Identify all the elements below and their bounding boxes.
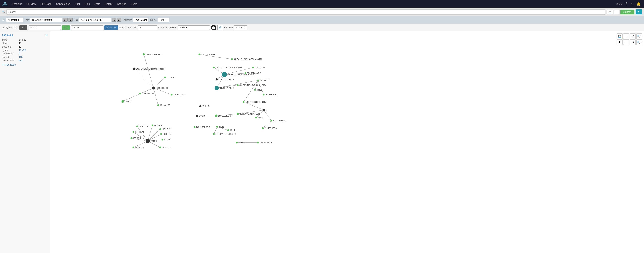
interval-value[interactable]: Auto bbox=[158, 18, 169, 22]
graph-node[interactable]: 3ffe:501:0:1001::2 bbox=[216, 78, 234, 80]
graph-node[interactable]: ff02::1:ff82:95b5 bbox=[194, 126, 210, 128]
help-icon[interactable]: ? bbox=[624, 2, 628, 6]
graph-node[interactable]: ff02::2 bbox=[254, 89, 262, 91]
svg-point-36 bbox=[257, 142, 259, 144]
graph-node[interactable]: 190.0.0.15 bbox=[132, 146, 144, 149]
node-link-button[interactable]: 🔗 bbox=[218, 25, 223, 30]
graph-node[interactable]: 190.0.0.5 bbox=[160, 133, 171, 135]
graph-node[interactable]: 0:0:0:0 bbox=[196, 115, 205, 117]
font-down-button[interactable]: ↓A bbox=[630, 39, 636, 45]
dst-field-input[interactable] bbox=[71, 25, 103, 30]
dst-button[interactable]: Dst: bbox=[62, 25, 70, 30]
graph-node[interactable]: 3ffe:501:410:0:2c0:dfff:fe47:33e bbox=[237, 84, 266, 86]
nav-sessions[interactable]: Sessions bbox=[10, 2, 24, 6]
zoom-plus-node-button[interactable]: +I bbox=[623, 33, 629, 39]
nav-history[interactable]: History bbox=[103, 2, 114, 6]
font-up-button[interactable]: ↑A bbox=[630, 33, 636, 39]
graph-node[interactable]: 129.170.17.4 bbox=[171, 94, 184, 96]
graph-node[interactable]: 10.1.2.1 bbox=[227, 129, 237, 131]
graph-node[interactable]: 18.26.4.105 bbox=[157, 104, 170, 106]
eye-button[interactable]: 👁 bbox=[636, 9, 642, 14]
bounding-value[interactable]: Last Packet bbox=[133, 18, 148, 22]
time-range-value[interactable]: All (careful) bbox=[6, 18, 24, 22]
graph-node[interactable]: 190.0.0.1 bbox=[145, 139, 158, 143]
info-icon[interactable]: ℹ bbox=[630, 2, 634, 6]
graph-node[interactable]: 10.34.0.1 bbox=[236, 142, 246, 144]
panel-close-button[interactable]: ✕ bbox=[45, 33, 48, 37]
zoom-minus-node-button[interactable]: −I bbox=[623, 39, 629, 45]
graph-node[interactable]: 66.59.111.190 bbox=[152, 86, 168, 89]
graph-node[interactable]: 190.0.0.13 bbox=[136, 125, 148, 127]
graph-node[interactable]: fe80::260:97ff:fe07:69ea bbox=[237, 113, 260, 115]
node-label: 217.13.4.24 bbox=[255, 66, 265, 69]
graph-node[interactable]: ff02::1:ff98:6e1 bbox=[270, 120, 286, 122]
min-conn-input[interactable] bbox=[138, 25, 157, 30]
zoom-out-button[interactable]: 🔍− bbox=[636, 39, 642, 45]
graph-node[interactable]: 192.168.170.20 bbox=[257, 142, 273, 144]
node-label: 190.0.0.5 bbox=[163, 133, 171, 135]
graph-node[interactable]: 10.1.2.2 bbox=[199, 105, 209, 107]
zoom-in-button[interactable]: 🔍+ bbox=[636, 33, 642, 39]
nav-spigraph[interactable]: SPIGraph bbox=[39, 2, 54, 6]
svg-point-1 bbox=[4, 3, 6, 5]
graph-node[interactable]: :: bbox=[262, 109, 267, 111]
nav-files[interactable]: Files bbox=[83, 2, 92, 6]
graph-node[interactable]: 2001:6f8:102d:0:2d0:9ff:fee3:e8de bbox=[133, 67, 166, 70]
graph-node[interactable]: 192.168.0.10 bbox=[263, 94, 276, 96]
graph-node[interactable]: 217.13.4.24 bbox=[252, 66, 265, 69]
node-label: 190.0.0.4 bbox=[133, 137, 141, 139]
graph-node[interactable]: 3ffe:501:0:1802:260:97ff:feb6:7ff0 bbox=[231, 58, 262, 60]
graph-node[interactable]: fe80::211:25ff:fe82:95b5 bbox=[213, 133, 236, 135]
node-link-input[interactable] bbox=[178, 25, 210, 30]
baseline-value[interactable]: disabled bbox=[234, 25, 248, 30]
node-circle-button[interactable]: ⬤ bbox=[211, 25, 216, 30]
graph-node[interactable]: 190.0.0.24 bbox=[132, 131, 144, 133]
graph-node[interactable]: 190.0.0.14 bbox=[159, 146, 171, 149]
graph-node[interactable]: 3ffe:501:4819::42 bbox=[214, 86, 234, 90]
graph-node[interactable]: 3ffe:501:0345::2 bbox=[244, 72, 261, 74]
graph-node[interactable]: ff02::1 bbox=[216, 126, 224, 128]
nav-settings[interactable]: Settings bbox=[115, 2, 128, 6]
graph-node[interactable]: fe80::200:86ff:fe05:80da bbox=[242, 101, 266, 103]
start-input[interactable] bbox=[30, 18, 62, 22]
network-graph-svg[interactable]: 2001:6f8:900:7c0::22001:6f8:102d:0:2d0:9… bbox=[50, 31, 644, 253]
end-next-button[interactable]: ⏭ bbox=[117, 18, 122, 22]
graph-area[interactable]: 💾 +I ↑A 🔍+ ⬇ −I ↓A 🔍− 2001:6f8:900:7c0::… bbox=[50, 31, 644, 253]
nav-connections[interactable]: Connections bbox=[54, 2, 72, 6]
graph-node[interactable]: 3ffe:507:0:1:260:97ff:fe07:69ea bbox=[213, 66, 242, 69]
graph-node[interactable]: 190.0.0.4 bbox=[130, 137, 141, 139]
search-button[interactable]: Search bbox=[620, 9, 634, 14]
end-input[interactable] bbox=[79, 18, 111, 22]
graph-node[interactable]: 192.168.170.8 bbox=[262, 127, 276, 129]
nav-hunt[interactable]: Hunt bbox=[73, 2, 82, 6]
graph-node[interactable]: 190.0.0.22 bbox=[159, 128, 171, 130]
nav-users[interactable]: Users bbox=[129, 2, 139, 6]
hide-node-button[interactable]: 👁 Hide Node bbox=[2, 63, 48, 66]
node-label: fe80::211:25ff:fe82:95b5 bbox=[215, 133, 236, 135]
graph-node[interactable]: 2001:6f8:900:7c0::2 bbox=[143, 53, 163, 56]
graph-node[interactable]: ff02::1:ff07:69ea bbox=[198, 53, 215, 56]
clear-search-button[interactable]: ✕ bbox=[614, 9, 619, 14]
graph-node[interactable]: 190.0.0.25 bbox=[162, 139, 173, 141]
svg-point-43 bbox=[130, 137, 132, 139]
graph-node[interactable]: 172.28.2.3 bbox=[164, 76, 176, 79]
graph-node[interactable]: ff02::9 bbox=[255, 117, 263, 119]
save-graph-button[interactable]: 💾 bbox=[617, 33, 622, 39]
graph-node[interactable]: 192.168.0.1 bbox=[257, 79, 270, 81]
nav-spiview[interactable]: SPIView bbox=[25, 2, 38, 6]
src-field-input[interactable] bbox=[28, 25, 61, 30]
graph-node[interactable]: 255.255.255.255 bbox=[215, 114, 233, 117]
graph-node[interactable]: 127.0.0.1 bbox=[122, 100, 133, 103]
graph-node[interactable]: 190.0.0.2 bbox=[152, 124, 162, 126]
save-search-button[interactable]: 💾 bbox=[606, 9, 613, 14]
nav-stats[interactable]: Stats bbox=[92, 2, 102, 6]
start-prev-button[interactable]: ⏮ bbox=[63, 18, 68, 22]
start-next-button[interactable]: ⏭ bbox=[68, 18, 73, 22]
search-input[interactable] bbox=[6, 9, 606, 14]
download-graph-button[interactable]: ⬇ bbox=[617, 39, 622, 45]
src-dst-button[interactable]: Src & Dst bbox=[104, 25, 118, 30]
src-button[interactable]: Src: bbox=[19, 25, 27, 30]
end-prev-button[interactable]: ⏮ bbox=[112, 18, 116, 22]
hide-node-label: Hide Node bbox=[5, 63, 16, 66]
alert-icon[interactable]: 🔔 bbox=[636, 2, 642, 6]
